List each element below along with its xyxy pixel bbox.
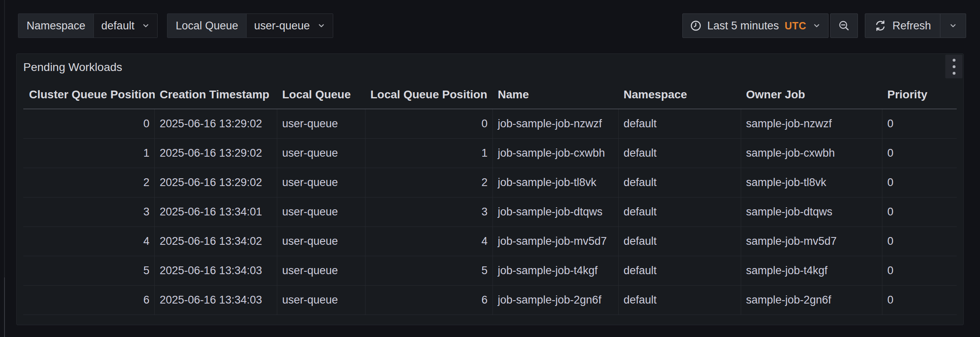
cell-local-queue: user-queue (277, 197, 365, 226)
cell-namespace: default (619, 256, 741, 285)
column-header-priority[interactable]: Priority (882, 88, 958, 101)
cell-name: job-sample-job-2gn6f (493, 286, 619, 315)
cell-creation-timestamp: 2025-06-16 13:29:02 (155, 109, 277, 138)
magnifier-minus-icon (838, 20, 850, 32)
cell-creation-timestamp: 2025-06-16 13:34:01 (155, 197, 277, 226)
cell-priority: 0 (882, 256, 958, 285)
cell-creation-timestamp: 2025-06-16 13:34:02 (155, 227, 277, 256)
panel-title: Pending Workloads (23, 61, 122, 74)
cell-name: job-sample-job-tl8vk (493, 168, 619, 197)
cell-priority: 0 (882, 109, 958, 138)
refresh-button-label: Refresh (892, 20, 931, 32)
cell-priority: 0 (882, 168, 958, 197)
cell-owner-job: sample-job-mv5d7 (741, 227, 882, 256)
cell-local-queue: user-queue (277, 227, 365, 256)
cell-cluster-queue-position: 3 (23, 197, 155, 226)
cell-local-queue: user-queue (277, 256, 365, 285)
cell-local-queue-position: 4 (365, 227, 493, 256)
variable-local-queue: Local Queue user-queue (167, 13, 333, 38)
table-body: 02025-06-16 13:29:02user-queue0job-sampl… (23, 109, 957, 315)
table-row: 52025-06-16 13:34:03user-queue5job-sampl… (23, 256, 957, 286)
cell-cluster-queue-position: 5 (23, 256, 155, 285)
variable-namespace-value: default (101, 20, 134, 32)
cell-name: job-sample-job-cxwbh (493, 139, 619, 168)
column-header-name[interactable]: Name (493, 88, 619, 101)
variable-local-queue-label: Local Queue (167, 14, 247, 38)
cell-namespace: default (619, 227, 741, 256)
kebab-icon (953, 72, 956, 75)
cell-local-queue-position: 2 (365, 168, 493, 197)
table-row: 62025-06-16 13:34:03user-queue6job-sampl… (23, 286, 957, 315)
cell-owner-job: sample-job-t4kgf (741, 256, 882, 285)
window-edge-divider-highlight (4, 277, 5, 337)
time-range-picker-button[interactable]: Last 5 minutes UTC (682, 13, 829, 38)
cell-local-queue: user-queue (277, 286, 365, 315)
kebab-icon (953, 65, 956, 68)
cell-name: job-sample-job-mv5d7 (493, 227, 619, 256)
cell-namespace: default (619, 139, 741, 168)
cell-local-queue: user-queue (277, 139, 365, 168)
chevron-down-icon (813, 22, 821, 30)
toolbar-spacer (343, 13, 682, 38)
cell-local-queue-position: 0 (365, 109, 493, 138)
pending-workloads-panel: Pending Workloads Cluster Queue Position… (16, 53, 964, 325)
cell-cluster-queue-position: 4 (23, 227, 155, 256)
refresh-button-group: Refresh (865, 13, 966, 38)
cell-priority: 0 (882, 286, 958, 315)
cell-namespace: default (619, 168, 741, 197)
cell-cluster-queue-position: 2 (23, 168, 155, 197)
table-row: 12025-06-16 13:29:02user-queue1job-sampl… (23, 139, 957, 168)
cell-local-queue-position: 5 (365, 256, 493, 285)
cell-priority: 0 (882, 139, 958, 168)
cell-local-queue-position: 6 (365, 286, 493, 315)
column-header-owner-job[interactable]: Owner Job (741, 88, 882, 101)
timezone-badge: UTC (785, 20, 806, 32)
dashboard-toolbar: Namespace default Local Queue user-queue… (18, 13, 966, 38)
refresh-interval-dropdown-button[interactable] (940, 13, 966, 38)
cell-namespace: default (619, 286, 741, 315)
column-header-creation-timestamp[interactable]: Creation Timestamp (155, 88, 277, 101)
cell-cluster-queue-position: 1 (23, 139, 155, 168)
cell-creation-timestamp: 2025-06-16 13:34:03 (155, 286, 277, 315)
cell-name: job-sample-job-t4kgf (493, 256, 619, 285)
column-header-local-queue-position[interactable]: Local Queue Position (365, 88, 493, 101)
cell-creation-timestamp: 2025-06-16 13:29:02 (155, 168, 277, 197)
table-row: 42025-06-16 13:34:02user-queue4job-sampl… (23, 227, 957, 256)
panel-menu-kebab-button[interactable] (945, 55, 962, 78)
table-row: 32025-06-16 13:34:01user-queue3job-sampl… (23, 197, 957, 227)
chevron-down-icon (949, 22, 957, 30)
cell-name: job-sample-job-dtqws (493, 197, 619, 226)
variable-local-queue-dropdown[interactable]: user-queue (247, 14, 333, 38)
cell-local-queue: user-queue (277, 168, 365, 197)
cell-owner-job: sample-job-tl8vk (741, 168, 882, 197)
column-header-local-queue[interactable]: Local Queue (277, 88, 365, 101)
column-header-namespace[interactable]: Namespace (619, 88, 741, 101)
chevron-down-icon (142, 22, 150, 30)
kebab-icon (953, 59, 956, 62)
variable-namespace-dropdown[interactable]: default (94, 14, 157, 38)
cell-local-queue: user-queue (277, 109, 365, 138)
table-row: 22025-06-16 13:29:02user-queue2job-sampl… (23, 168, 957, 197)
refresh-button[interactable]: Refresh (865, 13, 940, 38)
cell-local-queue-position: 1 (365, 139, 493, 168)
time-zoom-out-button[interactable] (830, 13, 858, 38)
cell-creation-timestamp: 2025-06-16 13:34:03 (155, 256, 277, 285)
variable-namespace-label: Namespace (18, 14, 94, 38)
refresh-sync-icon (874, 20, 886, 32)
cell-creation-timestamp: 2025-06-16 13:29:02 (155, 139, 277, 168)
cell-owner-job: sample-job-cxwbh (741, 139, 882, 168)
variable-namespace: Namespace default (18, 13, 158, 38)
cell-namespace: default (619, 197, 741, 226)
column-header-cluster-queue-position[interactable]: Cluster Queue Position (23, 88, 155, 101)
table-row: 02025-06-16 13:29:02user-queue0job-sampl… (23, 109, 957, 139)
cell-cluster-queue-position: 6 (23, 286, 155, 315)
cell-local-queue-position: 3 (365, 197, 493, 226)
table-header-row: Cluster Queue PositionCreation Timestamp… (23, 81, 957, 109)
cell-cluster-queue-position: 0 (23, 109, 155, 138)
pending-workloads-table: Cluster Queue PositionCreation Timestamp… (23, 81, 957, 315)
time-range-label: Last 5 minutes (707, 20, 779, 32)
variable-local-queue-value: user-queue (254, 20, 310, 32)
cell-owner-job: sample-job-2gn6f (741, 286, 882, 315)
cell-priority: 0 (882, 197, 958, 226)
chevron-down-icon (317, 22, 325, 30)
